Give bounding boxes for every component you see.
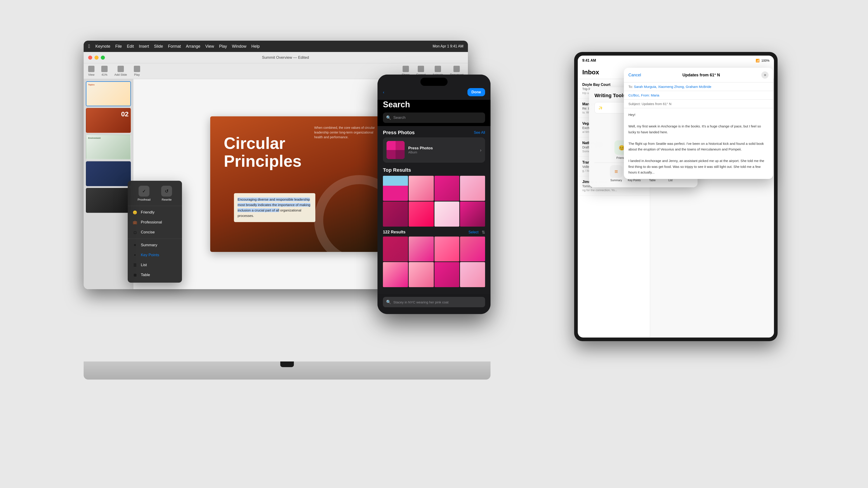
toolbar-add-slide[interactable]: Add Slide: [114, 66, 127, 76]
table-icon: ⊞: [132, 272, 138, 278]
menu-play[interactable]: Play: [219, 44, 227, 49]
context-concise-item[interactable]: ◻ Concise: [128, 227, 182, 237]
context-summary-item[interactable]: ≡ Summary: [128, 240, 182, 250]
context-divider-2: [128, 238, 182, 239]
toolbar-play[interactable]: Play: [134, 66, 140, 76]
iphone: ‹ Done Search 🔍 Search Press Photos See …: [377, 74, 491, 314]
menu-edit[interactable]: Edit: [127, 44, 134, 49]
active-slide[interactable]: Circular Principles When combined, the c…: [210, 116, 391, 252]
macbook-menu-items: Keynote File Edit Insert Slide Format Ar…: [95, 44, 260, 49]
iphone-bottom-search-bar[interactable]: 🔍 Stacey in NYC wearing her pink coat: [383, 297, 485, 307]
menu-arrange[interactable]: Arrange: [186, 44, 200, 49]
context-friendly-item[interactable]: 😊 Friendly: [128, 207, 182, 217]
iphone-bottom-bar: 🔍 Stacey in NYC wearing her pink coat: [377, 294, 491, 314]
menu-slide[interactable]: Slide: [154, 44, 163, 49]
fullscreen-button[interactable]: [101, 56, 105, 60]
battery-icon: 100%: [761, 59, 770, 62]
wt-table-label: Table: [649, 179, 656, 182]
menu-window[interactable]: Window: [232, 44, 246, 49]
album-card[interactable]: Press Photos Album ›: [383, 137, 485, 163]
modal-body[interactable]: Hey! Well, my first week in Anchorage is…: [624, 108, 773, 179]
concise-icon: ◻: [132, 230, 138, 235]
view-icon: [88, 66, 94, 72]
menu-keynote[interactable]: Keynote: [95, 44, 110, 49]
sort-icon[interactable]: ⇅: [482, 230, 485, 235]
context-list-item[interactable]: ☰ List: [128, 260, 182, 270]
see-all-button[interactable]: See All: [474, 131, 485, 135]
wt-summary-button[interactable]: Summary: [608, 165, 624, 182]
macbook-base: [84, 361, 491, 380]
macbook-camera-notch: [280, 361, 294, 367]
highlighted-text: Encouraging diverse and responsible lead…: [238, 197, 310, 212]
slide-4[interactable]: [86, 161, 131, 186]
modal-to-field: To: Sarah Murguia, Xiaomeng Zhong, Graha…: [624, 83, 773, 91]
toolbar-zoom-label: 41%: [101, 73, 107, 76]
modal-close-button[interactable]: ✕: [761, 71, 769, 78]
result-photo-3[interactable]: [434, 236, 460, 262]
close-button[interactable]: [88, 56, 92, 60]
result-photo-6[interactable]: [409, 262, 434, 287]
result-photo-8[interactable]: [460, 262, 485, 287]
modal-cancel-button[interactable]: Cancel: [628, 73, 641, 77]
summary-icon: ≡: [132, 242, 138, 248]
summary-item-label: Summary: [141, 243, 157, 248]
photo-cell-5[interactable]: [383, 201, 408, 227]
photo-cell-1[interactable]: [383, 176, 408, 201]
context-proofread-button[interactable]: ✓ Proofread: [138, 186, 151, 201]
wt-list-label: List: [669, 179, 673, 182]
menu-insert[interactable]: Insert: [139, 44, 149, 49]
iphone-done-button[interactable]: Done: [467, 88, 485, 96]
context-key-points-item[interactable]: • Key Points: [128, 250, 182, 260]
macbook-menubar:  Keynote File Edit Insert Slide Format …: [84, 41, 468, 52]
photo-cell-4[interactable]: [460, 176, 485, 201]
result-photo-7[interactable]: [434, 262, 460, 287]
result-photo-4[interactable]: [460, 236, 485, 262]
toolbar-zoom[interactable]: 41%: [101, 66, 107, 76]
slide-2[interactable]: 02: [86, 108, 131, 133]
toolbar-view[interactable]: View: [88, 66, 94, 76]
minimize-button[interactable]: [94, 56, 98, 60]
menu-view[interactable]: View: [205, 44, 214, 49]
slide-5[interactable]: [86, 188, 131, 213]
photo-cell-8[interactable]: [460, 201, 485, 227]
professional-icon: 💼: [132, 220, 138, 225]
keynote-titlebar: Summit Overview — Edited: [84, 52, 468, 63]
concise-item-label: Concise: [141, 230, 155, 234]
album-info: Press Photos Album: [408, 146, 476, 154]
menu-help[interactable]: Help: [251, 44, 260, 49]
slide-3[interactable]: Environment: [86, 135, 131, 160]
photo-cell-7[interactable]: [434, 201, 460, 227]
context-table-item[interactable]: ⊞ Table: [128, 270, 182, 280]
macbook-menu-right: Mon Apr 1 9:41 AM: [433, 44, 463, 48]
menu-file[interactable]: File: [115, 44, 122, 49]
iphone-search-bar[interactable]: 🔍 Search: [383, 112, 485, 123]
dynamic-island: [421, 78, 447, 86]
select-button[interactable]: Select: [469, 230, 478, 234]
photo-cell-3[interactable]: [434, 176, 460, 201]
album-thumbnail: [386, 141, 405, 159]
table-item-label: Table: [141, 273, 150, 277]
iphone-back-button[interactable]: ‹: [383, 90, 384, 95]
play-icon: [134, 66, 140, 72]
ipad-statusbar: 9:41 AM 📶 100%: [578, 56, 774, 66]
wt-summary-label: Summary: [610, 179, 622, 182]
chevron-right-icon: ›: [480, 148, 482, 153]
key-points-item-label: Key Points: [141, 253, 159, 257]
friendly-item-label: Friendly: [141, 210, 154, 215]
wt-keypoints-label: Key Points: [628, 179, 641, 182]
top-results-label: Top Results: [383, 167, 411, 173]
album-cell-4: [396, 150, 405, 159]
menu-format[interactable]: Format: [168, 44, 181, 49]
photo-cell-2[interactable]: [409, 176, 434, 201]
modal-body-p1: Well, my first week in Anchorage is in t…: [628, 123, 769, 135]
result-photo-1[interactable]: [383, 236, 408, 262]
context-professional-item[interactable]: 💼 Professional: [128, 217, 182, 227]
top-results-header: Top Results: [383, 167, 485, 173]
result-photo-2[interactable]: [409, 236, 434, 262]
search-bottom-text: Stacey in NYC wearing her pink coat: [393, 300, 482, 304]
context-rewrite-button[interactable]: ↺ Rewrite: [161, 186, 172, 201]
result-photo-5[interactable]: [383, 262, 408, 287]
wifi-icon: 📶: [756, 59, 760, 62]
slide-1[interactable]: Topics: [86, 81, 131, 106]
photo-cell-6[interactable]: [409, 201, 434, 227]
